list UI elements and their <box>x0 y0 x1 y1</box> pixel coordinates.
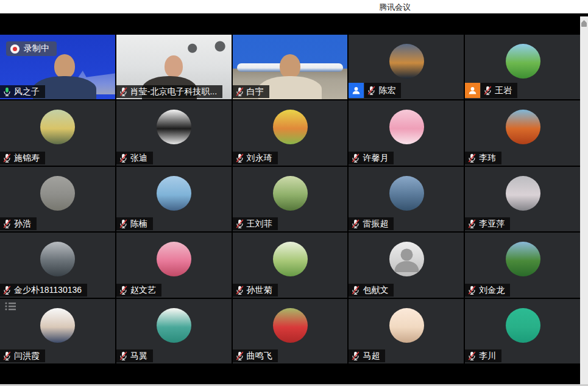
name-label: 孙浩 <box>0 217 37 230</box>
avatar <box>273 308 308 343</box>
name-label: 许馨月 <box>349 152 394 164</box>
participant-tile[interactable]: 录制中 <box>116 299 232 363</box>
mic-icon <box>235 285 245 295</box>
name-label: 曲鸣飞 <box>233 349 278 362</box>
participant-tile[interactable]: 录制中 <box>349 233 464 297</box>
mic-icon <box>235 86 245 97</box>
participant-tile[interactable]: 录制中 <box>465 167 580 231</box>
avatar <box>389 308 424 343</box>
member-badge-icon <box>349 83 364 98</box>
nameplate: 孙浩 <box>0 217 37 230</box>
avatar <box>157 110 191 144</box>
name-label: 肖莹-北京电子科技职... <box>116 85 222 98</box>
participant-tile[interactable]: 录制中 <box>0 100 115 165</box>
nameplate: 风之子 <box>0 85 45 98</box>
default-person-icon <box>389 242 424 276</box>
participant-tile[interactable]: 录制中 <box>233 233 348 297</box>
name-label: 李川 <box>465 349 501 362</box>
nameplate: 李亚萍 <box>465 217 510 230</box>
name-label: 王岩 <box>465 83 517 98</box>
participant-tile[interactable]: 录制中 <box>116 233 232 297</box>
participant-tile[interactable]: 录制中 <box>465 35 580 99</box>
participant-name: 闫洪霞 <box>14 351 40 361</box>
avatar <box>506 110 540 144</box>
participant-tile[interactable]: 录制中 <box>0 35 115 99</box>
participant-tile[interactable]: 录制中 <box>116 100 232 165</box>
participant-name: 雷振超 <box>363 219 388 229</box>
avatar <box>273 176 308 211</box>
name-label: 施锦寿 <box>0 152 45 164</box>
participant-tile[interactable]: 录制中 <box>0 233 115 297</box>
participant-tile[interactable]: 录制中 <box>349 100 464 165</box>
participant-name: 马翼 <box>130 351 147 361</box>
participant-name: 陈宏 <box>378 85 395 96</box>
nameplate: 李川 <box>465 349 501 362</box>
nameplate: 刘永琦 <box>233 152 278 164</box>
mic-icon <box>483 85 493 96</box>
panel-avatar-icon <box>581 20 587 27</box>
mic-icon <box>118 219 129 229</box>
participant-tile[interactable]: 录制中 <box>349 35 464 99</box>
avatar <box>389 110 424 144</box>
participant-tile[interactable]: 录制中 <box>349 299 464 363</box>
participant-name: 金少朴181130136 <box>14 285 82 295</box>
participant-tile[interactable]: 录制中 <box>233 299 348 363</box>
participant-tile[interactable]: 录制中 <box>465 100 580 165</box>
participant-name: 马超 <box>363 351 380 361</box>
nameplate: 闫洪霞 <box>0 349 45 362</box>
side-panel-edge[interactable] <box>580 16 588 386</box>
mic-icon <box>350 219 361 229</box>
participant-name: 许馨月 <box>363 153 388 163</box>
name-label: 孙世菊 <box>233 284 278 297</box>
avatar <box>506 176 540 211</box>
participant-tile[interactable]: 录制中 <box>233 100 348 165</box>
mic-icon <box>2 219 12 229</box>
nameplate: 肖莹-北京电子科技职... <box>116 85 222 98</box>
mic-icon <box>235 153 245 163</box>
participant-tile[interactable]: 录制中 <box>465 233 580 297</box>
participant-name: 李川 <box>479 351 496 361</box>
mic-icon <box>350 351 361 361</box>
video-grid: 录制中 <box>0 35 580 363</box>
recording-badge: 录制中 <box>6 41 57 56</box>
participant-tile[interactable]: 录制中 <box>116 167 232 231</box>
avatar <box>40 242 75 276</box>
mic-icon <box>235 351 245 361</box>
mic-icon <box>118 86 129 97</box>
mic-icon <box>467 285 477 295</box>
name-label: 李玮 <box>465 152 501 164</box>
record-dot-icon <box>10 44 19 54</box>
name-label: 陈楠 <box>116 217 153 230</box>
avatar <box>389 176 424 211</box>
meeting-window: 腾讯会议 录制中 <box>0 0 588 386</box>
participant-tile[interactable]: 录制中 <box>465 299 580 363</box>
layout-list-button[interactable] <box>4 301 18 314</box>
name-label: 雷振超 <box>349 217 394 230</box>
participant-tile[interactable]: 录制中 <box>0 299 115 363</box>
mic-icon <box>350 153 361 163</box>
participant-name: 施锦寿 <box>14 153 40 163</box>
name-label: 马翼 <box>116 349 153 362</box>
participant-name: 孙世菊 <box>247 285 272 295</box>
figure-head <box>280 54 300 79</box>
participant-name: 刘金龙 <box>479 285 505 295</box>
participant-tile[interactable]: 录制中 <box>349 167 464 231</box>
participant-name: 包献文 <box>363 285 388 295</box>
participant-tile[interactable]: 录制中 <box>116 35 232 99</box>
nameplate: 金少朴181130136 <box>0 284 87 297</box>
participant-name: 李玮 <box>479 153 496 163</box>
mic-icon <box>235 219 245 229</box>
avatar <box>273 242 308 276</box>
participant-tile[interactable]: 录制中 <box>233 167 348 231</box>
participant-tile[interactable]: 录制中 <box>233 35 348 99</box>
nameplate: 王刘菲 <box>233 217 278 230</box>
nameplate: 赵文艺 <box>116 284 161 297</box>
nameplate: 马超 <box>349 349 385 362</box>
name-label: 陈宏 <box>349 83 401 98</box>
participant-tile[interactable]: 录制中 <box>0 167 115 231</box>
participant-name: 风之子 <box>14 86 40 97</box>
name-label: 刘永琦 <box>233 152 278 164</box>
name-label: 张迪 <box>116 152 153 164</box>
recording-label: 录制中 <box>24 43 49 54</box>
nameplate: 曲鸣飞 <box>233 349 278 362</box>
